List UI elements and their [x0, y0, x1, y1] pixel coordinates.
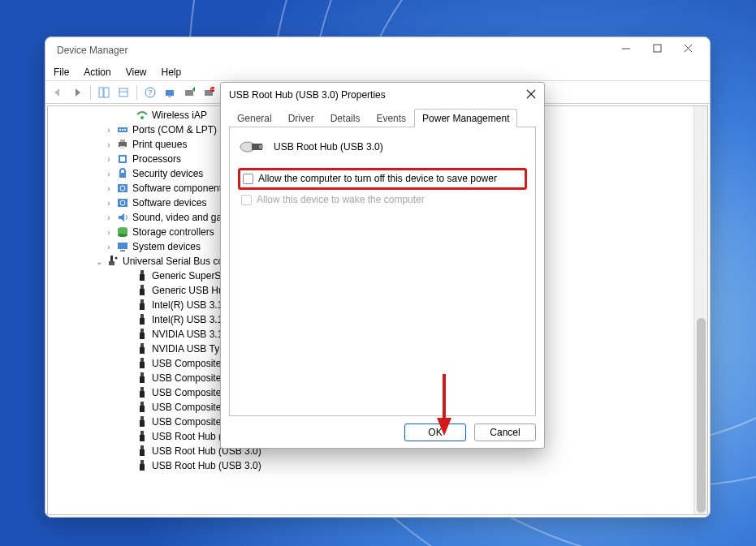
chevron-icon[interactable]: ›	[105, 184, 113, 193]
chevron-icon[interactable]: ›	[105, 243, 113, 252]
show-hide-icon[interactable]	[95, 84, 113, 101]
svg-rect-42	[110, 256, 113, 262]
chevron-icon[interactable]: ›	[105, 199, 113, 208]
tab-details[interactable]: Details	[322, 109, 369, 127]
svg-rect-54	[140, 333, 145, 339]
chevron-icon[interactable]: ›	[105, 140, 113, 149]
close-icon[interactable]	[526, 88, 536, 101]
tree-item-label: USB Root Hub (USB 3.0)	[152, 460, 261, 471]
svg-rect-3	[654, 45, 661, 52]
svg-rect-41	[120, 250, 125, 252]
usbctrl-icon	[106, 255, 119, 268]
lock-icon	[116, 167, 129, 180]
svg-rect-46	[140, 274, 145, 281]
tab-driver[interactable]: Driver	[280, 109, 322, 127]
usb-plug-icon	[240, 139, 264, 155]
svg-point-22	[140, 116, 144, 119]
menu-view[interactable]: View	[126, 67, 147, 78]
tree-item-label: Processors	[132, 153, 181, 165]
svg-rect-56	[140, 347, 145, 354]
usb-icon	[136, 313, 149, 326]
checkbox-allow-turn-off[interactable]	[243, 174, 253, 184]
usb-icon	[136, 299, 149, 312]
cancel-button[interactable]: Cancel	[474, 423, 536, 441]
chevron-icon[interactable]: ›	[105, 170, 113, 178]
highlight-box: Allow the computer to turn off this devi…	[238, 168, 527, 190]
checkbox-allow-turn-off-label: Allow the computer to turn off this devi…	[258, 173, 497, 184]
usb-icon	[136, 459, 149, 472]
tree-item-label: Print queues	[132, 139, 187, 150]
maximize-button[interactable]	[651, 44, 663, 56]
properties-icon[interactable]	[114, 84, 132, 101]
usb-icon	[136, 269, 149, 282]
window-title: Device Manager	[57, 45, 127, 56]
svg-rect-8	[119, 88, 127, 97]
uninstall-device-icon[interactable]	[200, 84, 218, 101]
usb-icon	[136, 357, 149, 370]
tab-general[interactable]: General	[229, 109, 280, 127]
svg-rect-29	[120, 146, 125, 148]
tree-item-label: Generic USB Hub	[152, 285, 229, 296]
back-icon[interactable]	[49, 84, 67, 101]
svg-rect-26	[124, 129, 126, 131]
svg-rect-25	[122, 129, 123, 131]
tree-item-label: Storage controllers	[132, 226, 214, 238]
svg-rect-48	[140, 289, 145, 295]
svg-rect-60	[140, 376, 145, 383]
tab-panel: USB Root Hub (USB 3.0) Allow the compute…	[229, 127, 536, 416]
update-driver-icon[interactable]	[180, 84, 198, 101]
svg-rect-31	[120, 157, 125, 161]
checkbox-allow-wake-label: Allow this device to wake the computer	[257, 194, 425, 205]
usb-icon	[136, 386, 149, 399]
forward-icon[interactable]	[68, 84, 86, 101]
svg-rect-6	[99, 88, 103, 97]
svg-point-44	[115, 257, 118, 260]
tab-events[interactable]: Events	[368, 109, 414, 127]
tree-item-label: Ports (COM & LPT)	[132, 124, 217, 135]
tab-power-management[interactable]: Power Management	[414, 109, 517, 127]
tree-item[interactable]: USB Root Hub (USB 3.0)	[48, 458, 693, 473]
checkbox-allow-wake	[241, 195, 252, 205]
cpu-icon	[116, 153, 129, 166]
soft-icon	[116, 196, 129, 209]
sound-icon	[116, 211, 129, 224]
svg-rect-70	[140, 449, 145, 456]
svg-rect-72	[140, 464, 145, 471]
minimize-button[interactable]	[620, 44, 632, 56]
chevron-icon[interactable]: ›	[105, 155, 113, 164]
chevron-icon[interactable]: ⌄	[95, 257, 103, 266]
menu-help[interactable]: Help	[162, 67, 182, 78]
tree-item-label: System devices	[132, 241, 201, 252]
chevron-icon[interactable]: ›	[105, 228, 113, 237]
scrollbar-thumb[interactable]	[697, 318, 706, 513]
usb-icon	[136, 401, 149, 414]
usb-icon	[136, 284, 149, 297]
svg-rect-58	[140, 362, 145, 368]
svg-rect-32	[119, 173, 126, 178]
chevron-icon[interactable]: ›	[105, 213, 113, 222]
ok-button-label: OK	[428, 427, 442, 438]
svg-rect-24	[119, 129, 121, 131]
usb-icon	[136, 342, 149, 355]
chevron-icon[interactable]: ›	[105, 126, 113, 135]
tree-item-label: Software devices	[132, 197, 206, 209]
soft-icon	[116, 182, 129, 195]
close-button[interactable]	[682, 44, 693, 56]
menubar: File Action View Help	[45, 63, 710, 81]
svg-rect-52	[140, 318, 145, 325]
scan-hardware-icon[interactable]	[161, 84, 179, 101]
menu-action[interactable]: Action	[84, 67, 110, 78]
svg-rect-7	[104, 88, 109, 97]
menu-file[interactable]: File	[54, 67, 69, 78]
help-icon[interactable]: ?	[141, 84, 159, 101]
tree-item-label: Software components	[132, 183, 227, 194]
usb-icon	[136, 415, 149, 428]
system-icon	[116, 240, 129, 253]
usb-icon	[136, 328, 149, 341]
svg-rect-66	[140, 420, 145, 427]
scrollbar[interactable]	[693, 106, 707, 514]
svg-text:?: ?	[148, 88, 152, 97]
svg-rect-13	[168, 97, 171, 97]
svg-point-39	[118, 234, 127, 237]
ok-button[interactable]: OK	[404, 423, 466, 441]
